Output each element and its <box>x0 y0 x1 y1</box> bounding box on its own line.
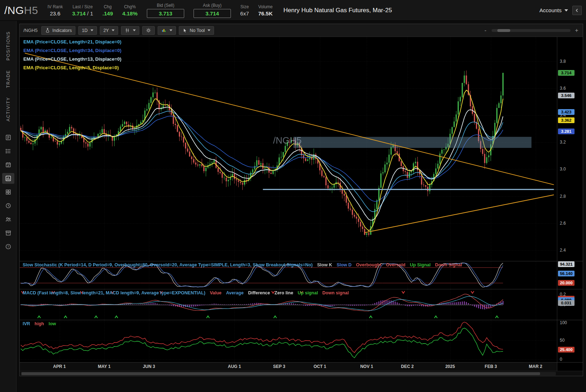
flask-icon <box>45 28 50 33</box>
price-bubble: 3.281 <box>558 129 575 134</box>
pattern-dropdown[interactable] <box>158 26 176 35</box>
sidebar-tab-trade[interactable]: TRADE <box>6 65 11 93</box>
sidebar-tab-positions[interactable]: POSITIONS <box>6 27 11 65</box>
chart-grid-icon[interactable] <box>2 173 14 184</box>
chg-pct-label: Chg% <box>124 4 136 9</box>
main-content: /NGH5 Indicators 1D 2Y <box>17 21 586 392</box>
axis-tick: 2.8 <box>560 194 566 199</box>
stochastic-canvas[interactable] <box>20 261 557 289</box>
axis-tick: 50 <box>560 338 564 343</box>
ivr-axis: 10050025.400 <box>557 320 583 362</box>
chevron-down-icon <box>208 29 210 31</box>
ask-button[interactable]: 3.714 <box>194 9 231 18</box>
ask-field: Ask (Buy) 3.714 <box>194 3 231 18</box>
range-value: 2Y <box>103 28 109 33</box>
news-icon[interactable] <box>2 132 14 143</box>
chart-symbol-label: /NGH5 <box>23 28 38 33</box>
bid-field: Bid (Sell) 3.713 <box>147 3 184 18</box>
ask-label: Ask (Buy) <box>203 3 222 8</box>
axis-tick: 2.4 <box>560 248 566 253</box>
zoom-in-button[interactable]: + <box>574 27 579 34</box>
calendar-icon[interactable] <box>2 159 14 170</box>
apps-icon[interactable] <box>2 187 14 197</box>
collapse-panel-button[interactable] <box>572 6 582 15</box>
accounts-button[interactable]: Accounts <box>539 7 568 13</box>
chart-rows: EMA (Price=CLOSE, Length=21, Displace=0)… <box>20 37 583 376</box>
chevron-down-icon <box>564 9 568 11</box>
last-size-qty: 1 <box>90 10 93 17</box>
bid-label: Bid (Sell) <box>157 3 175 8</box>
time-axis-label: NOV 1 <box>360 364 373 369</box>
left-sidebar: POSITIONS TRADE ACTIVITY <box>0 21 17 392</box>
price-bubble: 3.423 <box>558 109 575 115</box>
iv-rank-value: 23.6 <box>50 10 60 17</box>
svg-text:?: ? <box>7 245 9 248</box>
price-axis[interactable]: 3.83.63.43.23.02.82.62.43.7143.5463.4233… <box>557 37 583 261</box>
macd-plot: MACD (Fast length=8, Slow length=21, MAC… <box>20 289 557 320</box>
iv-rank-field: IV Rank 23.6 <box>47 4 63 17</box>
chevron-down-icon <box>133 29 136 31</box>
price-bubble: 56.140 <box>558 271 575 276</box>
active-tool-label: No Tool <box>190 28 205 33</box>
active-tool-dropdown[interactable]: No Tool <box>179 26 214 35</box>
last-size-field: Last / Size 3.714 / 1 <box>72 4 93 17</box>
time-axis-label: DEC 2 <box>401 364 414 369</box>
header: /NGH5 IV Rank 23.6 Last / Size 3.714 / 1… <box>0 0 586 21</box>
list-icon[interactable] <box>2 146 14 157</box>
last-size-sep: / <box>87 10 89 17</box>
volume-label: Volume <box>258 4 273 9</box>
contacts-icon[interactable] <box>2 214 14 225</box>
app-root: /NGH5 IV Rank 23.6 Last / Size 3.714 / 1… <box>0 0 586 392</box>
history-icon[interactable] <box>2 200 14 211</box>
price-bubble: 25.400 <box>558 347 575 353</box>
chart-style-dropdown[interactable] <box>121 26 139 35</box>
time-axis[interactable]: APR 1MAY 1JUN 3AUG 1SEP 3OCT 1NOV 1DEC 2… <box>20 363 557 371</box>
macd-pane: MACD (Fast length=8, Slow length=21, MAC… <box>20 289 583 320</box>
axis-tick: 3.8 <box>560 59 566 64</box>
price-pane: EMA (Price=CLOSE, Length=21, Displace=0)… <box>20 37 583 261</box>
help-icon[interactable]: ? <box>2 241 14 252</box>
time-axis-row: APR 1MAY 1JUN 3AUG 1SEP 3OCT 1NOV 1DEC 2… <box>20 362 583 371</box>
range-dropdown[interactable]: 2Y <box>100 26 118 35</box>
axis-tick: 100 <box>560 320 567 325</box>
symbol-suffix: H5 <box>24 4 38 16</box>
ivr-canvas[interactable] <box>20 320 557 362</box>
size-field: Size 6x7 <box>240 4 249 17</box>
chg-field: Chg .149 <box>102 4 113 17</box>
chevron-down-icon <box>90 29 93 31</box>
time-axis-label: MAY 1 <box>98 364 110 369</box>
stochastic-axis: 94.32156.14020.000 <box>557 261 583 289</box>
sidebar-tab-activity[interactable]: ACTIVITY <box>6 92 11 126</box>
zoom-slider-handle[interactable] <box>497 29 510 32</box>
chg-label: Chg <box>104 4 112 9</box>
ivr-plot: IVR high low <box>20 320 557 362</box>
timeframe-dropdown[interactable]: 1D <box>78 26 97 35</box>
indicators-button[interactable]: Indicators <box>41 26 75 35</box>
chart-h-scrollbar-handle[interactable] <box>22 372 540 375</box>
zoom-slider[interactable] <box>492 29 571 32</box>
chevron-left-icon <box>575 8 580 13</box>
time-axis-label: 2025 <box>445 364 455 369</box>
chart-h-scrollbar[interactable] <box>21 372 556 375</box>
zoom-control: - + <box>483 27 579 34</box>
main-chart-canvas[interactable] <box>20 37 557 261</box>
settings-button[interactable] <box>142 26 155 35</box>
macd-canvas[interactable] <box>20 289 557 320</box>
iv-rank-label: IV Rank <box>47 4 63 9</box>
ivr-pane: IVR high low 10050025.400 <box>20 320 583 362</box>
indicators-label: Indicators <box>52 28 72 33</box>
gear-icon <box>146 28 151 33</box>
bid-button[interactable]: 3.713 <box>147 9 184 18</box>
price-plot: EMA (Price=CLOSE, Length=21, Displace=0)… <box>20 37 557 261</box>
chg-pct-value: 4.18% <box>122 10 138 17</box>
time-axis-label: JUN 3 <box>143 364 155 369</box>
body: POSITIONS TRADE ACTIVITY <box>0 21 586 392</box>
time-axis-label: FEB 3 <box>485 364 497 369</box>
time-axis-label: MAR 2 <box>529 364 542 369</box>
archive-icon[interactable] <box>2 228 14 238</box>
price-bubble: 3.546 <box>558 93 575 98</box>
axis-tick: 0 <box>560 357 562 362</box>
last-price: 3.714 <box>72 10 86 17</box>
sidebar-icons: ? <box>2 132 14 252</box>
zoom-out-button[interactable]: - <box>483 27 488 34</box>
